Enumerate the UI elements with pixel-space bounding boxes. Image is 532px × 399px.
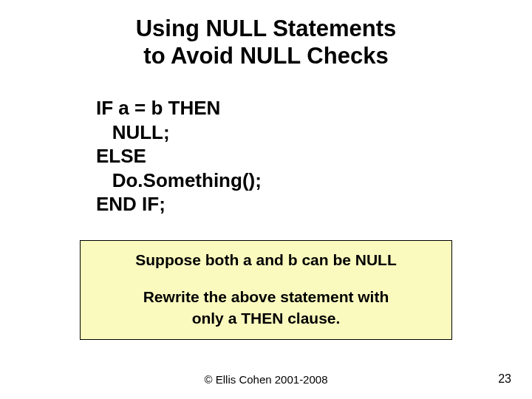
callout-line-3: only a THEN clause. <box>88 308 444 329</box>
code-line-2: NULL; <box>96 120 532 145</box>
code-line-5: END IF; <box>96 192 532 216</box>
slide: Using NULL Statements to Avoid NULL Chec… <box>0 0 532 399</box>
code-line-1: IF a = b THEN <box>96 96 532 120</box>
callout-line-2: Rewrite the above statement with <box>88 287 444 307</box>
footer-copyright: © Ellis Cohen 2001-2008 <box>0 373 532 386</box>
code-line-3: ELSE <box>96 144 532 168</box>
page-number: 23 <box>498 372 511 386</box>
callout-box: Suppose both a and b can be NULL Rewrite… <box>80 240 452 340</box>
slide-title: Using NULL Statements to Avoid NULL Chec… <box>0 0 532 69</box>
code-block: IF a = b THEN NULL; ELSE Do.Something();… <box>96 96 532 216</box>
code-line-4: Do.Something(); <box>96 168 532 193</box>
callout-line-1: Suppose both a and b can be NULL <box>88 250 444 270</box>
callout-spacer <box>88 270 444 287</box>
